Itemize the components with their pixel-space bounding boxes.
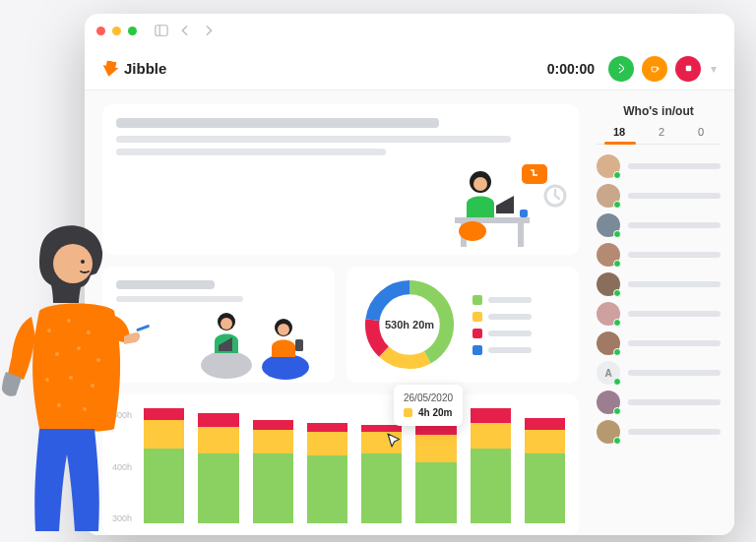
bar-segment	[253, 430, 293, 453]
svg-rect-4	[522, 164, 547, 184]
clock-in-icon	[616, 63, 627, 74]
svg-point-18	[278, 324, 289, 335]
bar-column[interactable]	[471, 406, 511, 523]
svg-point-31	[96, 358, 100, 362]
legend-swatch-icon	[472, 329, 482, 338]
person-row[interactable]	[597, 272, 721, 296]
skeleton-line	[628, 429, 721, 435]
svg-point-34	[91, 384, 94, 388]
tooltip-swatch-icon	[404, 408, 412, 417]
person-row[interactable]: A	[597, 361, 721, 385]
bar-column[interactable]	[525, 406, 565, 523]
status-dot-icon	[613, 319, 621, 327]
svg-point-12	[459, 221, 486, 241]
skeleton-line	[628, 193, 721, 199]
app-window: Jibble 0:00:00 ▾	[85, 14, 734, 535]
tooltip-date: 26/05/2020	[404, 392, 453, 403]
tooltip-value: 4h 20m	[418, 407, 452, 418]
donut-legend	[472, 295, 532, 355]
skeleton-line	[628, 163, 721, 169]
clock-in-button[interactable]	[608, 56, 634, 82]
person-row[interactable]	[597, 243, 721, 267]
bar-segment	[307, 432, 347, 455]
skeleton-line	[488, 331, 532, 336]
svg-point-13	[201, 351, 252, 379]
person-row[interactable]	[597, 302, 721, 326]
person-row[interactable]	[597, 331, 721, 355]
avatar	[597, 213, 620, 237]
maximize-window-icon[interactable]	[128, 27, 137, 35]
svg-point-26	[47, 329, 51, 332]
foreground-illustration	[0, 222, 153, 537]
stop-icon	[683, 63, 694, 74]
app-name: Jibble	[124, 60, 166, 77]
avatar	[597, 272, 620, 296]
bar-segment	[471, 449, 511, 523]
skeleton-line	[628, 281, 721, 287]
bar-segment	[253, 420, 293, 430]
svg-point-7	[473, 177, 487, 191]
svg-point-25	[81, 260, 85, 264]
status-dot-icon	[613, 378, 621, 386]
bar-segment	[471, 408, 511, 422]
close-window-icon[interactable]	[96, 27, 105, 35]
hours-bar-chart-card: 500h400h300h 26/05/2020 4h 20m	[102, 394, 579, 535]
avatar	[597, 184, 620, 208]
presence-tab[interactable]: 18	[613, 126, 625, 138]
presence-tab[interactable]: 2	[659, 126, 664, 138]
person-row[interactable]	[597, 213, 721, 237]
bar-column[interactable]	[198, 406, 238, 523]
person-row[interactable]	[597, 154, 721, 178]
avatar	[597, 302, 620, 326]
status-dot-icon	[613, 289, 621, 297]
minimize-window-icon[interactable]	[112, 27, 121, 35]
skeleton-line	[628, 340, 721, 346]
header-more-icon[interactable]: ▾	[711, 62, 717, 76]
bar-segment	[525, 430, 565, 453]
svg-point-28	[87, 331, 91, 334]
stacked-bar-chart	[144, 406, 565, 523]
hours-summary-card: 530h 20m	[346, 267, 579, 383]
svg-rect-19	[295, 339, 303, 351]
person-row[interactable]	[597, 184, 721, 208]
tab-active-indicator	[604, 142, 636, 145]
avatar: A	[597, 361, 620, 385]
person-row[interactable]	[597, 391, 721, 414]
legend-item	[472, 329, 532, 338]
sidebar-toggle-icon[interactable]	[155, 24, 168, 37]
svg-point-15	[220, 318, 232, 330]
svg-point-2	[618, 68, 620, 70]
svg-rect-11	[520, 210, 528, 217]
bar-segment	[307, 455, 347, 523]
nav-back-icon[interactable]	[178, 24, 192, 37]
window-controls	[96, 27, 137, 35]
bar-segment	[307, 423, 347, 433]
skeleton-line	[628, 399, 721, 405]
legend-swatch-icon	[472, 295, 482, 305]
app-logo[interactable]: Jibble	[102, 60, 166, 77]
nav-forward-icon[interactable]	[202, 24, 216, 37]
bar-segment	[471, 423, 511, 449]
presence-tab[interactable]: 0	[698, 126, 704, 138]
svg-point-32	[45, 378, 49, 382]
svg-point-30	[77, 346, 81, 350]
clock-out-button[interactable]	[675, 56, 701, 82]
break-button[interactable]	[642, 56, 667, 82]
svg-point-24	[53, 244, 93, 283]
avatar	[597, 243, 620, 267]
bar-column[interactable]	[253, 406, 293, 523]
bar-segment	[253, 453, 293, 523]
skeleton-line	[488, 347, 532, 353]
skeleton-line	[628, 222, 721, 228]
status-dot-icon	[613, 230, 621, 238]
bar-column[interactable]	[307, 406, 347, 523]
presence-sidebar: Who's in/out 1820 A	[589, 90, 734, 535]
status-dot-icon	[613, 437, 621, 445]
illustration-person-desk	[411, 160, 569, 249]
logo-mark-icon	[101, 59, 120, 78]
status-dot-icon	[613, 348, 621, 356]
skeleton-line	[628, 370, 721, 376]
bar-segment	[198, 427, 238, 452]
legend-item	[472, 295, 532, 305]
person-row[interactable]	[597, 420, 721, 444]
